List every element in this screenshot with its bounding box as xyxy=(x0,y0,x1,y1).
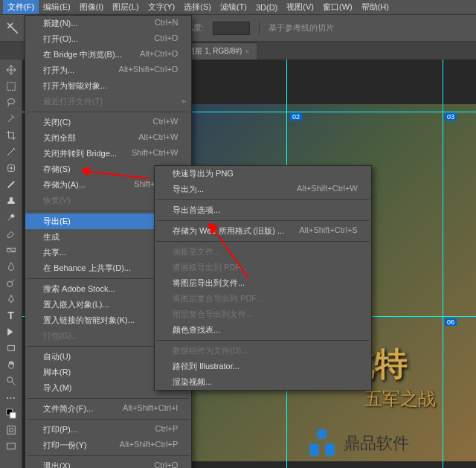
svg-rect-0 xyxy=(7,83,15,91)
menu-render-video[interactable]: 渲染视频... xyxy=(155,374,371,390)
svg-point-6 xyxy=(7,377,12,382)
svg-point-4 xyxy=(7,281,12,286)
brush-tool[interactable] xyxy=(3,177,19,192)
menu-color-lookup[interactable]: 颜色查找表... xyxy=(155,322,371,338)
menu-layer[interactable]: 图层(L) xyxy=(108,0,143,14)
eraser-tool[interactable] xyxy=(3,226,19,241)
marquee-tool[interactable] xyxy=(3,79,19,94)
rectangle-tool[interactable] xyxy=(3,341,19,356)
close-icon[interactable]: × xyxy=(245,48,249,56)
svg-rect-17 xyxy=(309,443,319,456)
menu-export-prefs[interactable]: 导出首选项... xyxy=(155,202,371,218)
type-tool[interactable]: T xyxy=(3,308,19,323)
menu-artboards-files[interactable]: 画板至文件... xyxy=(155,244,371,260)
svg-rect-18 xyxy=(325,443,335,456)
slice-guides-button[interactable]: 基于参考线的切片 xyxy=(268,22,334,33)
svg-rect-11 xyxy=(7,443,15,449)
pen-tool[interactable] xyxy=(3,292,19,307)
crop-tool[interactable] xyxy=(3,128,19,143)
menu-file-info[interactable]: 文件简介(F)...Alt+Shift+Ctrl+I xyxy=(25,401,191,417)
menu-edit[interactable]: 编辑(E) xyxy=(39,0,75,14)
menu-new[interactable]: 新建(N)...Ctrl+N xyxy=(25,16,191,31)
dodge-tool[interactable] xyxy=(3,275,19,290)
svg-rect-9 xyxy=(7,426,15,435)
svg-point-1 xyxy=(7,99,14,104)
hand-tool[interactable] xyxy=(3,357,19,372)
menu-recent[interactable]: 最近打开文件(T)▸ xyxy=(25,94,191,109)
menu-type[interactable]: 文字(Y) xyxy=(144,0,180,14)
canvas-text: 五军之战 xyxy=(364,387,436,411)
menu-layers-files[interactable]: 将图层导出到文件... xyxy=(155,275,371,291)
screenmode-tool[interactable] xyxy=(3,439,19,454)
menu-close-bridge[interactable]: 关闭并转到 Bridge...Shift+Ctrl+W xyxy=(25,146,191,161)
logo-icon xyxy=(306,428,338,459)
menu-view[interactable]: 视图(V) xyxy=(282,0,318,14)
menu-file[interactable]: 文件(F) xyxy=(3,0,39,14)
eyedropper-tool[interactable] xyxy=(3,144,19,159)
watermark: 鼎品软件 xyxy=(306,428,409,459)
menu-filter[interactable]: 滤镜(T) xyxy=(216,0,251,14)
svg-rect-16 xyxy=(318,429,327,439)
export-submenu: 快速导出为 PNG 导出为...Alt+Shift+Ctrl+W 导出首选项..… xyxy=(154,165,372,391)
menubar: 文件(F) 编辑(E) 图像(I) 图层(L) 文字(Y) 选择(S) 滤镜(T… xyxy=(0,0,476,15)
gradient-tool[interactable] xyxy=(3,243,19,257)
slice-tool-icon xyxy=(6,22,19,35)
menu-open[interactable]: 打开(O)...Ctrl+O xyxy=(25,31,191,47)
menu-datasets[interactable]: 数据组作为文件(D)... xyxy=(155,343,371,359)
quickmask-tool[interactable] xyxy=(3,423,19,437)
history-brush-tool[interactable] xyxy=(3,210,19,225)
menu-exit[interactable]: 退出(X)Ctrl+Q xyxy=(25,458,191,468)
svg-point-10 xyxy=(9,428,13,432)
menu-close-all[interactable]: 关闭全部Alt+Ctrl+W xyxy=(25,130,191,146)
slice-badge: 06 xyxy=(445,318,457,326)
menu-3d[interactable]: 3D(D) xyxy=(251,1,282,13)
wand-tool[interactable] xyxy=(3,112,19,126)
color-swatch[interactable] xyxy=(3,406,19,421)
menu-artboards-pdf[interactable]: 将画板导出到 PDF... xyxy=(155,260,371,275)
menu-open-as[interactable]: 打开为...Alt+Shift+Ctrl+O xyxy=(25,62,191,78)
menu-print-one[interactable]: 打印一份(Y)Alt+Shift+Ctrl+P xyxy=(25,437,191,453)
menu-open-smart[interactable]: 打开为智能对象... xyxy=(25,78,191,94)
move-tool[interactable] xyxy=(3,62,19,77)
watermark-text: 鼎品软件 xyxy=(344,432,409,455)
menu-layercomps-files[interactable]: 图层复合导出到文件... xyxy=(155,307,371,322)
blur-tool[interactable] xyxy=(3,259,19,274)
menu-image[interactable]: 图像(I) xyxy=(75,0,108,14)
menu-select[interactable]: 选择(S) xyxy=(179,0,216,14)
menu-quick-export-png[interactable]: 快速导出为 PNG xyxy=(155,166,371,182)
svg-rect-8 xyxy=(10,412,16,418)
menu-close[interactable]: 关闭(C)Ctrl+W xyxy=(25,115,191,130)
menu-print[interactable]: 打印(P)...Ctrl+P xyxy=(25,422,191,437)
healing-tool[interactable] xyxy=(3,161,19,176)
stamp-tool[interactable] xyxy=(3,193,19,208)
menu-layercomps-pdf[interactable]: 将图层复合导出到 PDF... xyxy=(155,291,371,307)
menu-save-for-web[interactable]: 存储为 Web 所用格式 (旧版) ...Alt+Shift+Ctrl+S xyxy=(155,223,371,239)
menu-paths-illustrator[interactable]: 路径到 Illustrator... xyxy=(155,359,371,374)
svg-rect-5 xyxy=(7,346,14,351)
slice-badge: 03 xyxy=(445,113,457,121)
path-tool[interactable] xyxy=(3,324,19,339)
lasso-tool[interactable] xyxy=(3,95,19,110)
more-icon[interactable]: ⋯ xyxy=(3,390,19,405)
height-input[interactable] xyxy=(213,22,250,35)
menu-export-as[interactable]: 导出为...Alt+Shift+Ctrl+W xyxy=(155,182,371,197)
menu-browse-bridge[interactable]: 在 Bridge 中浏览(B)...Alt+Ctrl+O xyxy=(25,47,191,62)
menu-help[interactable]: 帮助(H) xyxy=(357,0,393,14)
tools-panel: T ⋯ xyxy=(0,60,22,468)
slice-badge: 02 xyxy=(290,113,302,121)
menu-window[interactable]: 窗口(W) xyxy=(318,0,357,14)
zoom-tool[interactable] xyxy=(3,374,19,388)
